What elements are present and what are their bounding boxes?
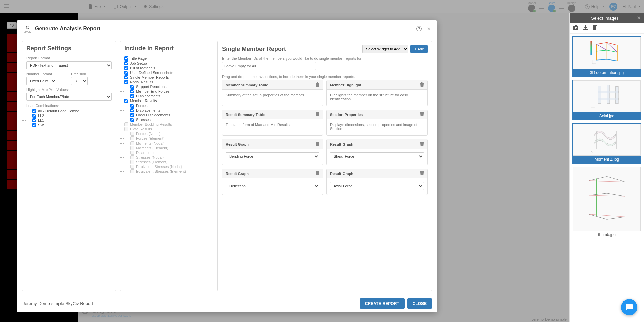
- modal-overlay: [0, 0, 644, 13]
